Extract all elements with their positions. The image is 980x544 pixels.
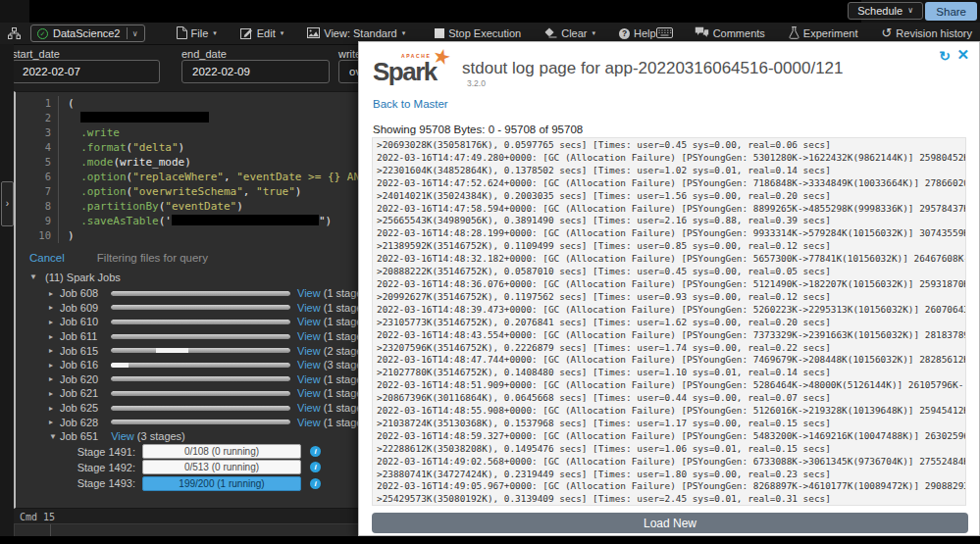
view-menu[interactable]: View: Standard ▾ <box>307 27 405 40</box>
end-date-input[interactable] <box>181 60 330 83</box>
view-job-link[interactable]: View <box>297 316 321 327</box>
cluster-status-icon: ✓ <box>37 28 48 39</box>
job-label: Job 651 <box>60 430 98 442</box>
bottom-bar <box>0 536 980 544</box>
share-button[interactable]: Share <box>925 2 977 21</box>
sidebar-expand-toggle[interactable]: › <box>1 181 14 226</box>
job-progress-bar <box>111 420 290 424</box>
job-progress-fill <box>111 420 290 424</box>
chevron-down-icon: ∨ <box>132 29 138 38</box>
experiment-button[interactable]: Experiment <box>789 26 858 41</box>
info-icon[interactable]: i <box>310 462 321 472</box>
schedule-button[interactable]: Schedule ∨ <box>848 2 923 20</box>
cluster-name: DataScience2 <box>53 27 122 39</box>
chevron-down-icon: ▾ <box>592 29 595 37</box>
view-job-link[interactable]: View <box>297 345 321 357</box>
code-token: ) <box>236 200 243 213</box>
job-label: Job 615 <box>60 345 111 357</box>
view-menu-label: View: Standard <box>324 27 396 39</box>
stdout-log-text[interactable]: >20693028K(35058176K), 0.0597765 secs] [… <box>372 137 966 506</box>
stage-label: Stage 1492: <box>65 462 135 473</box>
job-progress-fill <box>111 291 290 296</box>
view-icon <box>307 27 320 40</box>
keyboard-shortcuts-button[interactable] <box>656 27 673 40</box>
code-token: (' <box>159 215 172 227</box>
code-token: "replaceWhere" <box>132 171 224 183</box>
file-menu[interactable]: File ▾ <box>177 26 217 41</box>
code-token <box>68 185 80 198</box>
comments-icon <box>695 26 709 40</box>
view-job-link[interactable]: View <box>297 287 321 299</box>
load-new-button[interactable]: Load New <box>372 513 968 533</box>
line-number: 9 <box>16 214 51 228</box>
cluster-tree-icon[interactable] <box>8 27 21 39</box>
job-label: Job 610 <box>60 316 111 327</box>
info-icon[interactable]: i <box>310 446 321 457</box>
code-token <box>68 112 80 124</box>
refresh-icon[interactable]: ↻ <box>939 49 951 63</box>
stop-execution-button[interactable]: Stop Execution <box>435 27 521 39</box>
code-token: ( <box>68 97 75 110</box>
job-label: Job 611 <box>60 330 111 342</box>
edit-menu[interactable]: Edit ▾ <box>240 26 284 41</box>
code-token <box>68 215 80 227</box>
job-stages-count: (3 stages) <box>134 430 185 442</box>
chevron-down-icon: ▾ <box>281 29 284 37</box>
job-progress-bar <box>111 376 290 381</box>
cmd-label: Cmd 15 <box>20 512 55 522</box>
clear-menu[interactable]: Clear ▾ <box>544 27 595 40</box>
file-icon <box>177 26 187 41</box>
view-job-link[interactable]: View <box>297 359 321 371</box>
byte-range-text: Showing 95708 Bytes: 0 - 95708 of 95708 <box>373 124 583 135</box>
job-label: Job 609 <box>60 302 111 314</box>
view-job-link[interactable]: View <box>297 402 321 414</box>
expand-icon[interactable]: ▸ <box>49 361 60 370</box>
back-to-master-link[interactable]: Back to Master <box>373 98 448 110</box>
expand-icon[interactable]: ▸ <box>49 418 60 426</box>
view-job-link[interactable]: View <box>297 330 321 342</box>
expand-icon[interactable]: ▸ <box>49 389 60 398</box>
expand-icon[interactable]: ▸ <box>49 404 60 413</box>
collapse-icon[interactable]: ▼ <box>49 432 60 441</box>
code-token <box>68 156 80 169</box>
line-number-gutter: 12345678910 <box>16 96 58 243</box>
help-menu[interactable]: ? Help <box>619 27 656 39</box>
expand-icon[interactable]: ▸ <box>49 289 60 298</box>
spark-stdout-log-panel: ↻ ✕ APACHE Spark ★ 3.2.0 stdout log page… <box>358 41 980 536</box>
spark-wordmark: Spark <box>373 57 437 87</box>
job-progress-fill <box>111 363 290 368</box>
line-number: 7 <box>16 184 51 199</box>
info-icon[interactable]: i <box>310 478 321 489</box>
job-progress-bar <box>111 305 290 310</box>
expand-icon[interactable]: ▸ <box>49 346 60 355</box>
expand-icon[interactable]: ▸ <box>49 303 60 312</box>
job-progress-fill <box>111 406 290 411</box>
cancel-link[interactable]: Cancel <box>29 252 65 264</box>
line-number: 10 <box>16 228 51 243</box>
code-token: , <box>224 171 236 183</box>
view-job-link[interactable]: View <box>111 430 134 442</box>
expand-icon[interactable]: ▸ <box>49 374 60 383</box>
spark-version: 3.2.0 <box>467 78 486 88</box>
revision-history-label: Revision history <box>896 27 972 39</box>
code-token <box>68 171 80 183</box>
collapse-icon[interactable]: ▼ <box>29 272 40 281</box>
line-number: 3 <box>16 125 51 140</box>
expand-icon[interactable]: ▸ <box>49 332 60 341</box>
view-job-link[interactable]: View <box>297 387 321 399</box>
start-date-input[interactable] <box>12 60 160 83</box>
close-icon[interactable]: ✕ <box>956 47 969 62</box>
cluster-selector[interactable]: ✓ DataScience2 ∨ <box>30 25 145 42</box>
revision-history-button[interactable]: ↺ Revision history <box>881 27 972 39</box>
view-job-link[interactable]: View <box>297 302 321 314</box>
history-icon: ↺ <box>881 27 892 39</box>
comments-button[interactable]: Comments <box>695 26 765 40</box>
view-job-link[interactable]: View <box>297 417 321 428</box>
edit-icon <box>240 26 253 41</box>
divider <box>50 524 51 536</box>
expand-icon[interactable]: ▸ <box>49 318 60 326</box>
divider <box>127 27 128 39</box>
view-job-link[interactable]: View <box>297 373 321 385</box>
chevron-down-icon: ▾ <box>402 29 406 37</box>
job-status-text: Filtering files for query <box>97 252 208 264</box>
